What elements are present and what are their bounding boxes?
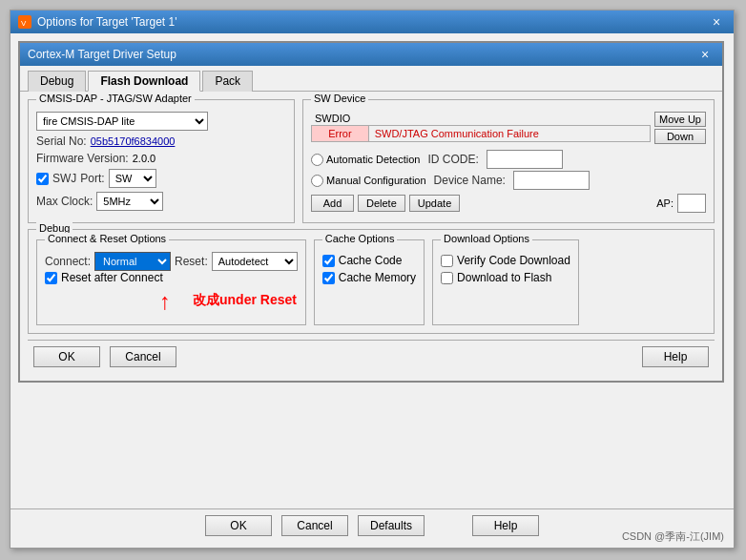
inner-title: Cortex-M Target Driver Setup: [28, 48, 176, 61]
outer-window: V Options for Target 'Target 1' × Cortex…: [10, 10, 735, 549]
manual-config-label: Manual Configuration: [311, 175, 426, 187]
update-button[interactable]: Update: [409, 195, 460, 212]
svg-text:V: V: [21, 19, 27, 27]
sw-table-wrap: SWDIO Error SWD/JTAG Communication Failu…: [311, 112, 651, 146]
serial-row: Serial No: 05b5170f6834000: [36, 135, 286, 148]
sw-device-title: SW Device: [311, 93, 368, 104]
outer-cancel-button[interactable]: Cancel: [281, 515, 348, 536]
dialog-body: CMSIS-DAP - JTAG/SW Adapter fire CMSIS-D…: [20, 92, 722, 381]
connect-select[interactable]: Normal Under Reset Pre-Reset: [94, 252, 171, 271]
verify-row: Verify Code Download: [441, 254, 570, 267]
ap-label: AP:: [656, 197, 673, 209]
inner-help-button[interactable]: Help: [642, 346, 709, 367]
firmware-row: Firmware Version: 2.0.0: [36, 152, 286, 165]
download-title: Download Options: [441, 233, 532, 244]
adapter-select[interactable]: fire CMSIS-DAP lite: [36, 112, 208, 131]
connect-row: Connect: Normal Under Reset Pre-Reset Re…: [45, 252, 298, 271]
connect-reset-title: Connect & Reset Options: [45, 233, 169, 244]
move-buttons: Move Up Down: [654, 112, 706, 144]
verify-label: Verify Code Download: [457, 254, 570, 267]
cache-memory-row: Cache Memory: [322, 271, 416, 284]
outer-defaults-button[interactable]: Defaults: [358, 515, 425, 536]
auto-detect-radio[interactable]: [311, 154, 323, 166]
tab-pack[interactable]: Pack: [202, 71, 253, 92]
move-down-button[interactable]: Down: [654, 129, 706, 144]
comm-failure-cell: SWD/JTAG Communication Failure: [368, 126, 650, 142]
reset-after-label: Reset after Connect: [61, 271, 163, 284]
outer-help-button[interactable]: Help: [472, 515, 539, 536]
inner-cancel-button[interactable]: Cancel: [110, 346, 176, 367]
delete-button[interactable]: Delete: [358, 195, 405, 212]
adapter-row: fire CMSIS-DAP lite: [36, 112, 286, 131]
reset-after-row: Reset after Connect: [45, 271, 298, 284]
sw-device-group: SW Device SWDIO Error SWD/JTAG Communica…: [302, 99, 715, 223]
annotation-text: 改成under Reset: [193, 292, 297, 309]
add-button[interactable]: Add: [311, 195, 354, 212]
device-name-label: Device Name:: [434, 174, 506, 187]
cmsis-dap-title: CMSIS-DAP - JTAG/SW Adapter: [36, 93, 195, 104]
reset-label: Reset:: [175, 255, 208, 268]
swj-checkbox[interactable]: [36, 173, 49, 185]
firmware-label: Firmware Version:: [36, 152, 129, 165]
tab-bar: Debug Flash Download Pack: [20, 66, 722, 92]
id-row: Manual Configuration Device Name:: [311, 171, 706, 190]
swj-row: SWJ Port: SW JTAG: [36, 169, 286, 188]
port-select[interactable]: SW JTAG: [109, 169, 156, 188]
auto-detect-label: Automatic Detection: [311, 154, 420, 166]
move-up-button[interactable]: Move Up: [654, 112, 706, 127]
reset-select[interactable]: Autodetect Software Hardware: [212, 252, 298, 271]
connect-reset-group: Connect & Reset Options Connect: Normal …: [36, 239, 306, 325]
error-cell: Error: [312, 126, 369, 142]
cache-options-group: Cache Options Cache Code Cache Memory: [314, 239, 425, 325]
cache-title: Cache Options: [322, 233, 398, 244]
ap-input[interactable]: [677, 194, 706, 213]
inner-close-button[interactable]: ×: [695, 45, 715, 64]
cache-code-checkbox[interactable]: [322, 255, 335, 267]
max-clock-select[interactable]: 5MHz 1MHz 10MHz: [96, 192, 163, 211]
inner-ok-button[interactable]: OK: [33, 346, 100, 367]
app-icon: V: [18, 15, 31, 29]
serial-value: 05b5170f6834000: [91, 135, 176, 147]
verify-checkbox[interactable]: [441, 255, 453, 267]
watermark: CSDN @季南-江(JIM): [622, 529, 724, 544]
firmware-value: 2.0.0: [133, 153, 155, 164]
tab-flash-download[interactable]: Flash Download: [88, 71, 200, 92]
serial-label: Serial No:: [36, 135, 87, 148]
sw-device-table: Error SWD/JTAG Communication Failure: [311, 125, 651, 142]
device-name-input[interactable]: [513, 171, 590, 190]
sw-table-area: SWDIO Error SWD/JTAG Communication Failu…: [311, 112, 706, 146]
swj-label: SWJ: [52, 172, 76, 185]
download-options-group: Download Options Verify Code Download Do…: [432, 239, 579, 325]
manual-config-radio[interactable]: [311, 175, 323, 187]
outer-titlebar: V Options for Target 'Target 1' ×: [10, 10, 734, 33]
inner-dialog-buttons: OK Cancel Help: [28, 340, 715, 373]
id-code-label: ID CODE:: [427, 153, 478, 166]
cache-code-label: Cache Code: [339, 254, 403, 267]
red-arrow-icon: ↑: [159, 288, 171, 315]
cache-code-row: Cache Code: [322, 254, 416, 267]
cmsis-dap-group: CMSIS-DAP - JTAG/SW Adapter fire CMSIS-D…: [28, 99, 295, 223]
max-clock-row: Max Clock: 5MHz 1MHz 10MHz: [36, 192, 286, 211]
id-code-input[interactable]: [487, 150, 563, 169]
flash-checkbox[interactable]: [441, 272, 453, 284]
top-section: CMSIS-DAP - JTAG/SW Adapter fire CMSIS-D…: [28, 99, 715, 223]
ap-row: AP:: [656, 194, 706, 213]
detection-row: Automatic Detection ID CODE:: [311, 150, 706, 169]
tab-debug[interactable]: Debug: [28, 71, 86, 92]
outer-title: V Options for Target 'Target 1': [18, 15, 176, 29]
inner-dialog: Cortex-M Target Driver Setup × Debug Fla…: [18, 41, 724, 383]
debug-section: Debug Connect & Reset Options Connect: N…: [28, 229, 715, 334]
outer-close-button[interactable]: ×: [707, 12, 726, 31]
cache-memory-label: Cache Memory: [339, 271, 416, 284]
outer-ok-button[interactable]: OK: [205, 515, 272, 536]
cache-memory-checkbox[interactable]: [322, 272, 335, 284]
connect-label: Connect:: [45, 255, 91, 268]
flash-row: Download to Flash: [441, 271, 570, 284]
action-row: Add Delete Update AP:: [311, 194, 706, 213]
annotation-area: ↑ 改成under Reset: [45, 288, 298, 317]
bottom-inner: Connect & Reset Options Connect: Normal …: [36, 239, 706, 325]
port-label: Port:: [80, 172, 104, 185]
reset-after-checkbox[interactable]: [45, 272, 57, 284]
swdio-label: SWDIO: [311, 111, 354, 126]
inner-titlebar: Cortex-M Target Driver Setup ×: [20, 43, 722, 66]
